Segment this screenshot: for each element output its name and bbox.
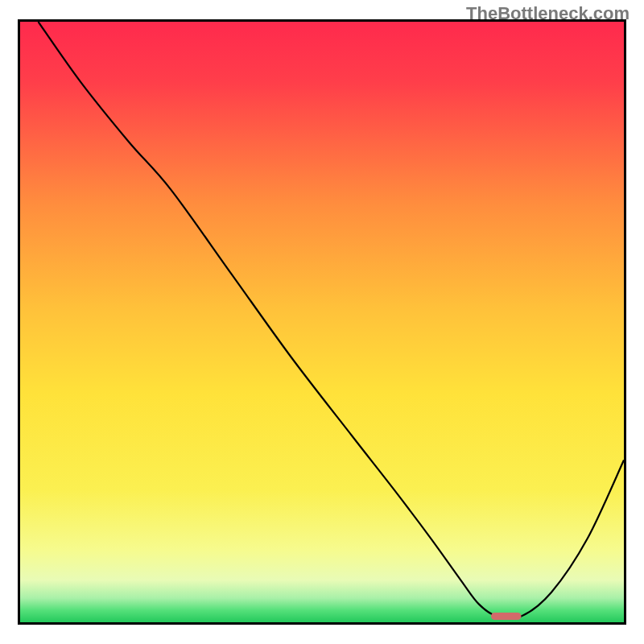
watermark-label: TheBottleneck.com [466, 3, 630, 24]
gradient-background [20, 22, 624, 622]
chart-container: TheBottleneck.com [0, 0, 644, 644]
optimal-indicator [491, 613, 522, 620]
chart-svg [20, 22, 624, 622]
